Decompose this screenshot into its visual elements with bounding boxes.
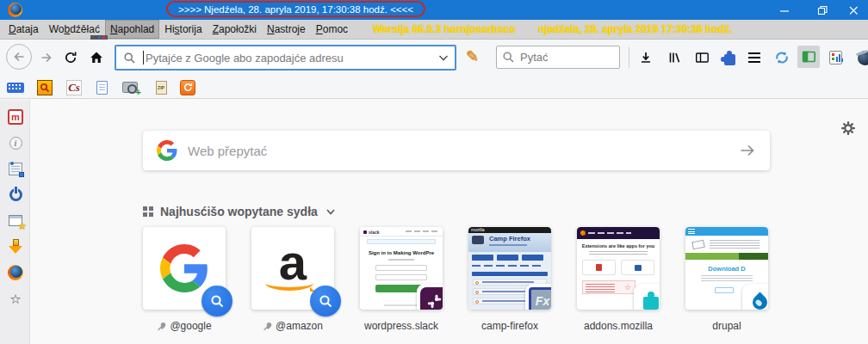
menu-item-text: Wobdźěłać — [49, 23, 100, 35]
google-logo-icon — [160, 244, 208, 292]
sidebar-bookmark-button[interactable]: ☆ — [7, 290, 24, 307]
menu-nastroje[interactable]: Nastroje — [262, 20, 311, 39]
window-title: >>>> Njedźela, 28. apryla 2019, 17:30:38… — [166, 1, 425, 17]
cs-icon: Cs — [66, 80, 82, 95]
menu-historija[interactable]: Historija — [159, 20, 207, 39]
topsite-tile-wordpress-slack[interactable]: slack Sign in to Making WordPre — [360, 227, 443, 332]
topsite-tile-amazon[interactable]: a @amazon — [251, 227, 334, 332]
forward-button[interactable] — [36, 47, 57, 68]
stats-extension-button[interactable] — [825, 47, 846, 68]
extension-puzzle-button[interactable] — [719, 47, 740, 68]
pin-icon — [157, 322, 166, 331]
app-menu-button[interactable] — [744, 47, 765, 68]
sidebar-download-button[interactable] — [7, 238, 24, 255]
newtab-settings-button[interactable] — [840, 120, 856, 136]
topsites-header: Najhusćišo wopytane sydła — [143, 205, 337, 218]
sidebar-firefox-button[interactable] — [7, 264, 24, 281]
newtab-search-input[interactable] — [188, 144, 739, 158]
bookmark-reload[interactable] — [179, 79, 196, 95]
newtab-search-bar[interactable] — [143, 131, 770, 170]
tile-card — [143, 227, 226, 310]
tile-card: Download D — [685, 227, 768, 310]
search-icon — [123, 52, 136, 64]
search-input[interactable] — [520, 51, 614, 64]
tile-label: wordpress.slack — [364, 320, 438, 332]
downloads-button[interactable] — [636, 47, 656, 68]
urlbar-dropdown-icon[interactable] — [436, 51, 451, 64]
menu-pomoc[interactable]: Pomoc — [311, 20, 353, 39]
text-caret — [143, 51, 144, 64]
title-bar: >>>> Njedźela, 28. apryla 2019, 17:30:38… — [0, 0, 868, 20]
sidebar-m-button[interactable]: m — [7, 108, 24, 126]
puzzle-icon — [724, 54, 735, 65]
menu-item-text: Dataja — [9, 23, 39, 35]
bookmark-document[interactable] — [93, 79, 110, 95]
version-status-text: Wersija 66.0.3 hornjoserbsce — [373, 20, 515, 39]
bookmark-magnifier[interactable] — [36, 79, 53, 95]
sidebar-icon — [695, 51, 710, 64]
restore-icon — [816, 4, 828, 16]
tile-card: slack Sign in to Making WordPre — [360, 227, 443, 310]
drupal-badge — [742, 284, 768, 310]
topsite-tile-camp-firefox[interactable]: mozilla Camp Firefox Fx — [468, 227, 551, 332]
topsite-tile-google[interactable]: @google — [143, 227, 226, 332]
topsite-tile-addons-mozilla[interactable]: Extensions are like apps for you ☆ addon… — [577, 227, 660, 332]
close-icon — [847, 4, 859, 16]
back-button[interactable] — [6, 44, 32, 70]
tile-card: Extensions are like apps for you ☆ — [577, 227, 660, 310]
sidebar-info-button[interactable]: i — [7, 134, 24, 151]
toolbar-separator — [629, 47, 629, 68]
topsites-row: @google a @amazon slack — [143, 227, 794, 332]
sidebar-button[interactable] — [691, 47, 712, 68]
topsite-tile-drupal[interactable]: Download D drupal — [685, 227, 768, 332]
reload-button[interactable] — [60, 47, 81, 68]
search-box[interactable] — [496, 46, 620, 69]
url-bar[interactable] — [115, 45, 456, 71]
tile-label: @google — [170, 320, 211, 332]
calendar-star-icon: ★ — [9, 215, 22, 226]
tile-label: addons.mozilla — [584, 320, 653, 332]
slack-badge — [417, 284, 443, 310]
forward-icon — [40, 51, 53, 64]
close-button[interactable] — [839, 0, 868, 20]
topsites-collapse-chevron-icon[interactable] — [325, 206, 337, 217]
sync-extension-button[interactable] — [772, 47, 792, 68]
bookmark-screenshot[interactable]: + — [121, 79, 139, 95]
sidebar-notes-button[interactable] — [7, 160, 24, 177]
orange-refresh-icon — [180, 80, 195, 95]
restore-button[interactable] — [808, 0, 837, 20]
radio-extension-button[interactable] — [854, 47, 868, 68]
bookmark-keyboard[interactable] — [7, 79, 24, 95]
clock-status-text: njedźela, 28. apryla 2019 17:30:38 hodź. — [538, 20, 732, 39]
home-button[interactable] — [86, 47, 107, 68]
tile-label: camp-firefox — [481, 320, 538, 332]
url-input[interactable] — [146, 52, 436, 64]
library-button[interactable] — [664, 47, 685, 68]
minimize-button[interactable] — [770, 0, 799, 20]
topsites-grid-icon — [143, 206, 153, 217]
sidebar-calendar-button[interactable]: ★ — [7, 212, 24, 229]
back-icon — [12, 50, 26, 64]
search-submit-arrow-icon[interactable] — [739, 143, 756, 158]
m-icon: m — [8, 109, 23, 125]
menu-item-text: Historija — [164, 23, 202, 35]
reload-icon — [64, 51, 78, 64]
tile-label: @amazon — [276, 320, 323, 332]
bookmark-cs[interactable]: Cs — [65, 79, 83, 95]
bookmark-zip[interactable]: ZIP — [152, 79, 170, 95]
green-sidebar-extension-button[interactable] — [797, 46, 820, 68]
pencil-icon[interactable]: ✎ — [466, 47, 479, 66]
sync-arrows-icon — [774, 50, 790, 65]
menu-zapolozki[interactable]: Zapołožki — [208, 20, 262, 39]
tile-label: drupal — [712, 320, 741, 332]
firefox-logo-icon — [8, 3, 22, 17]
menu-item-text: Nastroje — [267, 23, 306, 35]
sidebar-power-button[interactable] — [7, 186, 24, 203]
search-icon — [502, 51, 515, 64]
drupal-drop-icon — [749, 292, 768, 310]
zip-file-icon: ZIP — [156, 81, 167, 95]
slack-logo-icon — [420, 287, 443, 310]
menu-dataja[interactable]: Dataja — [3, 20, 44, 39]
menu-napohlad[interactable]: Napohlad — [105, 20, 159, 39]
gear-icon — [840, 120, 856, 136]
